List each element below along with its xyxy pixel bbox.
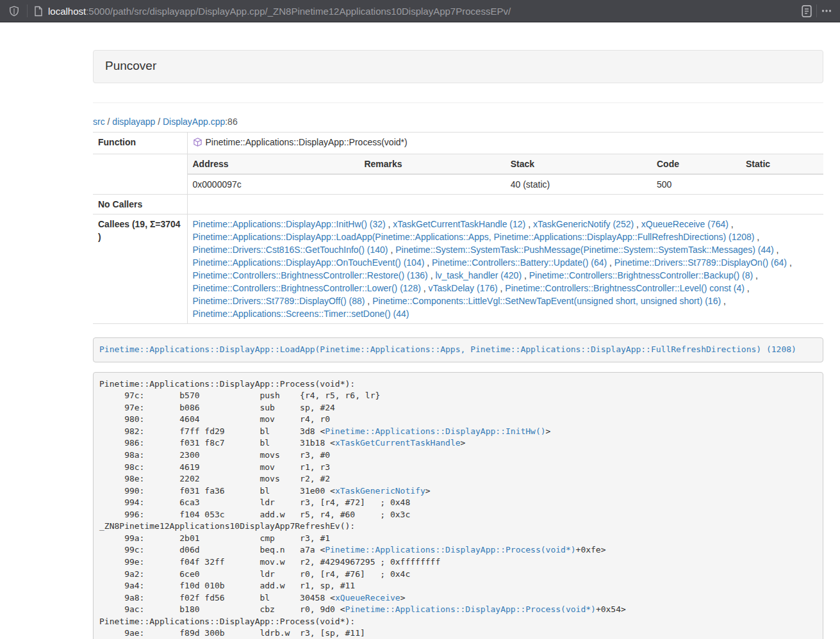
callee-separator: , (522, 270, 529, 280)
column-header-static: Static (741, 154, 823, 174)
callee-separator: , (525, 219, 533, 229)
callee-link[interactable]: xQueueReceive (764) (641, 219, 729, 229)
stats-row-label (93, 154, 187, 195)
url-host: localhost (48, 6, 86, 17)
disassembly-symbol-link[interactable]: xQueueReceive (335, 593, 400, 603)
page-title: Puncover (105, 59, 156, 72)
callee-separator: , (745, 283, 750, 293)
callee-separator: , (754, 232, 759, 242)
callee-separator: , (365, 296, 372, 306)
callee-separator: , (421, 283, 429, 293)
page-content: Puncover src / displayapp / DisplayApp.c… (93, 23, 823, 639)
callee-separator: , (774, 245, 779, 255)
callee-separator: , (787, 257, 792, 268)
callee-link[interactable]: Pinetime::Drivers::St7789::DisplayOn() (… (614, 257, 787, 268)
function-name: Pinetime::Applications::DisplayApp::Proc… (206, 137, 408, 147)
callees-list: Pinetime::Applications::DisplayApp::Init… (193, 218, 819, 320)
column-header-stack: Stack (506, 154, 652, 174)
horizontal-divider (93, 102, 823, 103)
callee-link[interactable]: Pinetime::Controllers::BrightnessControl… (193, 270, 428, 280)
breadcrumb-separator: / (105, 117, 113, 127)
callee-link[interactable]: vTaskDelay (176) (429, 283, 498, 293)
callee-link[interactable]: xTaskGenericNotify (252) (533, 219, 634, 229)
callee-separator: , (607, 257, 614, 268)
browser-toolbar: localhost:5000/path/src/displayapp/Displ… (0, 0, 840, 22)
callee-separator: , (634, 219, 641, 229)
stats-table: Address Remarks Stack Code Static 0x0000… (188, 154, 824, 194)
address-value: 0x0000097c (188, 174, 359, 194)
column-header-remarks: Remarks (359, 154, 505, 174)
callee-link[interactable]: Pinetime::Controllers::BrightnessControl… (193, 283, 421, 293)
callee-separator: , (753, 270, 758, 280)
shield-icon (9, 6, 19, 17)
callee-separator: , (424, 257, 432, 268)
menu-button[interactable] (817, 2, 836, 20)
stack-value: 40 (static) (506, 174, 652, 194)
breadcrumb-link[interactable]: DisplayApp.cpp (163, 117, 225, 127)
callee-link[interactable]: Pinetime::Applications::Screens::Timer::… (193, 309, 409, 319)
callee-link[interactable]: Pinetime::Applications::DisplayApp::Load… (193, 232, 755, 242)
breadcrumb-link[interactable]: displayapp (112, 117, 155, 127)
callee-link[interactable]: Pinetime::Components::LittleVgl::SetNewT… (372, 296, 721, 306)
site-identity-button[interactable] (0, 6, 27, 17)
callee-link[interactable]: xTaskGetCurrentTaskHandle (12) (393, 219, 525, 229)
stats-row: Address Remarks Stack Code Static 0x0000… (93, 154, 823, 195)
callee-link[interactable]: Pinetime::Applications::DisplayApp::OnTo… (193, 257, 425, 268)
disassembly-symbol-link[interactable]: xTaskGenericNotify (335, 486, 425, 496)
callee-separator: , (386, 219, 393, 229)
callee-separator: , (498, 283, 506, 293)
highlighted-callee-panel: Pinetime::Applications::DisplayApp::Load… (93, 337, 823, 362)
callee-link[interactable]: Pinetime::Applications::DisplayApp::Init… (193, 219, 386, 229)
column-header-address: Address (188, 154, 359, 174)
highlighted-callee-link[interactable]: Pinetime::Applications::DisplayApp::Load… (99, 344, 796, 354)
callers-row: No Callers (93, 195, 823, 214)
callee-link[interactable]: Pinetime::Controllers::BrightnessControl… (505, 283, 744, 293)
function-row: Function Pinetime::Applications::Display… (93, 133, 823, 154)
callers-list (187, 195, 823, 214)
disassembly-symbol-link[interactable]: xTaskGetCurrentTaskHandle (335, 438, 461, 448)
disassembly-symbol-link[interactable]: Pinetime::Applications::DisplayApp::Proc… (325, 545, 575, 554)
callee-link[interactable]: Pinetime::Drivers::St7789::DisplayOff() … (193, 296, 365, 306)
column-header-code: Code (652, 154, 741, 174)
callee-link[interactable]: Pinetime::System::SystemTask::PushMessag… (395, 245, 774, 255)
stats-header-row: Address Remarks Stack Code Static (188, 154, 824, 174)
code-size-value: 500 (652, 174, 741, 194)
reader-view-button[interactable] (797, 2, 816, 20)
meatball-menu-icon (821, 5, 832, 17)
toolbar-divider (27, 4, 28, 17)
reader-view-icon (801, 4, 812, 18)
breadcrumb-separator: / (155, 117, 163, 127)
callers-label: No Callers (93, 195, 187, 214)
callee-link[interactable]: lv_task_handler (420) (435, 270, 522, 280)
callee-separator: , (721, 296, 726, 306)
function-row-label: Function (93, 133, 187, 154)
callee-separator: , (729, 219, 734, 229)
callees-row: Callees (19, Σ=3704 ) Pinetime::Applicat… (93, 214, 823, 324)
callee-separator: , (388, 245, 396, 255)
remarks-value (359, 174, 505, 194)
disassembly-code: Pinetime::Applications::DisplayApp::Proc… (93, 372, 823, 639)
callee-link[interactable]: Pinetime::Controllers::Battery::Update()… (432, 257, 607, 268)
breadcrumb-line-number: :86 (225, 117, 237, 127)
disassembly-symbol-link[interactable]: Pinetime::Applications::DisplayApp::Init… (325, 426, 545, 436)
url-bar[interactable]: localhost:5000/path/src/displayapp/Displ… (48, 6, 797, 17)
breadcrumb: src / displayapp / DisplayApp.cpp:86 (93, 117, 823, 127)
disassembly-symbol-link[interactable]: Pinetime::Applications::DisplayApp::Proc… (345, 604, 596, 614)
callee-separator: , (428, 270, 436, 280)
symbol-table: Function Pinetime::Applications::Display… (93, 132, 823, 324)
app-header-panel: Puncover (93, 50, 823, 83)
page-icon (34, 6, 43, 17)
stats-value-row: 0x0000097c 40 (static) 500 (188, 174, 824, 194)
breadcrumb-link[interactable]: src (93, 117, 105, 127)
callees-label: Callees (19, Σ=3704 ) (93, 214, 187, 324)
callee-link[interactable]: Pinetime::Controllers::BrightnessControl… (529, 270, 753, 280)
callee-link[interactable]: Pinetime::Drivers::Cst816S::GetTouchInfo… (193, 245, 388, 255)
url-path: :5000/path/src/displayapp/DisplayApp.cpp… (86, 6, 511, 17)
symbol-type-icon (193, 137, 202, 150)
static-value (741, 174, 823, 194)
